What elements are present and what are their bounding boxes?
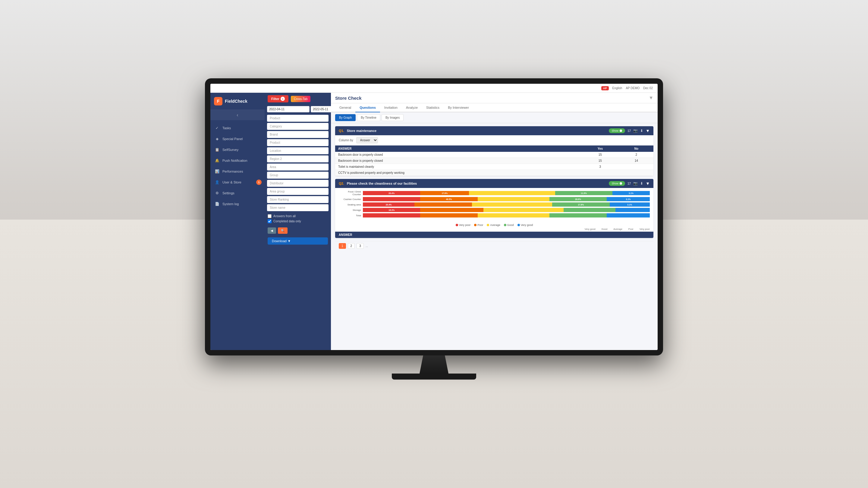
q2-legend: Very poorPoorAverageGoodVery good	[335, 224, 653, 227]
sidebar-item-performances[interactable]: 📊 Performances	[210, 166, 265, 177]
sidebar-collapse-button[interactable]: ‹	[210, 110, 265, 120]
tab-questions[interactable]: Questions	[355, 103, 380, 112]
sidebar-item-special-panel[interactable]: ◈ Special Panel	[210, 133, 265, 144]
legend-item: Very good	[518, 224, 533, 227]
view-tab-by-images[interactable]: By Images	[381, 114, 404, 121]
q2-download-button[interactable]: ⬇	[640, 181, 643, 186]
q2-camera-button[interactable]: 📷	[633, 181, 638, 186]
chart-bar-row: Seating area20.4%17.8%3.1%	[339, 202, 650, 207]
product-field[interactable]	[267, 115, 329, 122]
performances-icon: 📊	[215, 169, 219, 174]
q2-show-toggle[interactable]: Show	[609, 181, 625, 186]
location-field[interactable]	[267, 147, 329, 154]
tab-invitation[interactable]: Invitation	[380, 103, 402, 112]
bar-segment: 3.1%	[613, 191, 650, 195]
column-by-select[interactable]: Answer	[356, 137, 378, 143]
tab-by-interviewer[interactable]: By Interviewer	[444, 103, 473, 112]
questions-area: Q1. Store maintenance Show 17 📷	[331, 123, 658, 350]
sidebar-item-label: Push Notification	[222, 159, 247, 162]
bar-segment	[420, 213, 477, 218]
store-ranking-field[interactable]	[267, 196, 329, 203]
brand-field[interactable]	[267, 131, 329, 138]
region2-field[interactable]	[267, 156, 329, 162]
sidebar-item-self-survey[interactable]: 📋 SelfSurvey	[210, 144, 265, 155]
q1-camera-button[interactable]: 📷	[633, 129, 638, 133]
sidebar-item-settings[interactable]: ⚙ Settings	[210, 188, 265, 198]
q2-scale-labels: Very good Good Average Poor Very poor	[335, 227, 653, 232]
group-field[interactable]	[267, 172, 329, 178]
user-store-icon: 👤	[215, 180, 219, 185]
th-answer: ANSWER	[335, 145, 581, 152]
q2-expand-button[interactable]: ▼	[646, 181, 650, 186]
search-button[interactable]: 🔍	[278, 227, 287, 234]
sidebar-item-user-store[interactable]: 👤 User & Store 1	[210, 177, 265, 188]
page-title: Store Check	[335, 96, 362, 101]
special-panel-icon: ◈	[215, 136, 219, 141]
legend-dot	[504, 224, 506, 226]
th-yes: Yes	[581, 145, 619, 152]
legend-item: Poor	[474, 224, 483, 227]
filter-button[interactable]: Filter 1	[268, 95, 288, 102]
q1-label: Q1.	[339, 129, 344, 133]
completed-data-input[interactable]	[268, 219, 272, 223]
pagination: 1 2 3 ...	[335, 241, 653, 251]
distributor-field[interactable]	[267, 180, 329, 187]
q1-expand-button[interactable]: ▼	[646, 128, 650, 133]
sidebar-item-label: Tasks	[222, 126, 231, 130]
segment-label: 40.5%	[446, 198, 452, 200]
bar-segment	[615, 208, 650, 212]
legend-label: Poor	[477, 224, 483, 227]
date-to-input[interactable]	[311, 106, 331, 112]
page-3-button[interactable]: 3	[356, 243, 364, 249]
toggle-dot-2	[620, 182, 622, 185]
date-display: Dec 02	[643, 87, 653, 90]
q1-show-toggle[interactable]: Show	[609, 128, 625, 133]
no-cell	[619, 164, 653, 170]
answers-from-all-input[interactable]	[268, 214, 272, 218]
view-tab-by-timeline[interactable]: By Timeline	[357, 114, 380, 121]
language-selector[interactable]: English	[613, 87, 622, 90]
content-area: Store Check ▼ General Questions Invitati…	[331, 93, 658, 350]
bar-segment: 40.5%	[420, 197, 477, 201]
filter-panel: Filter 1 Cross-Tab	[265, 93, 331, 350]
category-field[interactable]	[267, 123, 329, 130]
bar-label: Food / Drink Counter	[339, 190, 363, 196]
content-header: Store Check ▼	[331, 93, 658, 103]
bar-track: 16.3%	[363, 208, 650, 212]
logo-text: FieldCheck	[225, 99, 247, 104]
legend-item: Average	[487, 224, 500, 227]
page-2-button[interactable]: 2	[348, 243, 355, 249]
sidebar-item-push-notification[interactable]: 🔔 Push Notification	[210, 155, 265, 166]
q1-download-button[interactable]: ⬇	[640, 129, 643, 133]
bar-segment	[550, 213, 607, 218]
prev-button[interactable]: ◀	[268, 227, 276, 234]
cross-tab-button[interactable]: Cross-Tab	[291, 96, 311, 102]
expand-button[interactable]: ▼	[649, 95, 653, 101]
area-group-field[interactable]	[267, 188, 329, 195]
date-from-input[interactable]	[267, 106, 310, 112]
sidebar-item-system-log[interactable]: 📄 System log	[210, 198, 265, 209]
page-1-button[interactable]: 1	[339, 243, 346, 249]
store-name-field[interactable]	[267, 204, 329, 211]
question-2-title: Q2. Please check the cleanliness of our …	[339, 182, 417, 185]
sidebar-item-tasks[interactable]: ✓ Tasks	[210, 123, 265, 133]
bar-segment	[564, 208, 615, 212]
download-button[interactable]: Download ▼	[268, 237, 328, 245]
tab-statistics[interactable]: Statistics	[422, 103, 444, 112]
table-row: Toilet is maintained cleanly 3	[335, 164, 653, 170]
bar-segment: 20.4%	[363, 202, 414, 207]
tab-analyze[interactable]: Analyze	[402, 103, 422, 112]
completed-data-checkbox[interactable]: Completed data only	[268, 219, 328, 223]
yes-cell: 3	[581, 164, 619, 170]
legend-label: Very poor	[459, 224, 471, 227]
answers-from-all-checkbox[interactable]: Answers from all	[268, 214, 328, 218]
bar-segment	[607, 213, 650, 218]
area-field[interactable]	[267, 164, 329, 170]
chart-bar-row: Storage16.3%	[339, 208, 650, 212]
q2-title: Please check the cleanliness of our faci…	[347, 182, 417, 185]
tab-general[interactable]: General	[335, 103, 355, 112]
product2-field[interactable]	[267, 139, 329, 146]
legend-label: Good	[507, 224, 514, 227]
legend-label: Average	[490, 224, 500, 227]
view-tab-by-graph[interactable]: By Graph	[335, 114, 355, 121]
